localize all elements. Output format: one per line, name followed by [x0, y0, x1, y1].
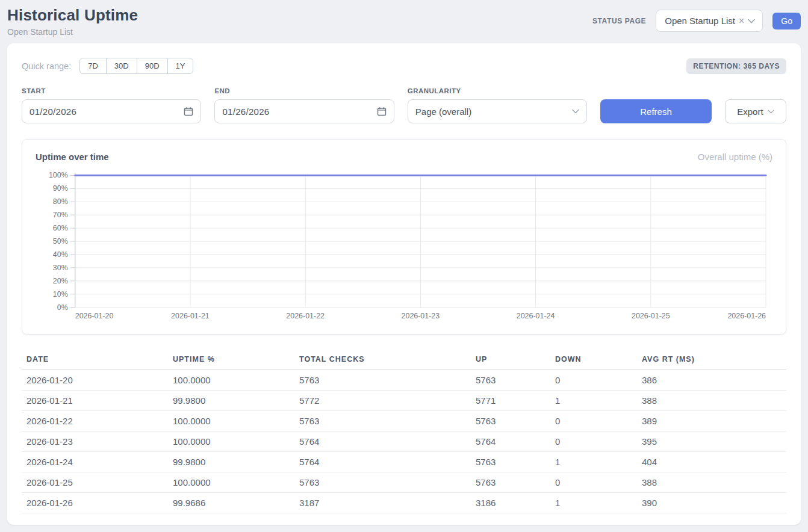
table-cell: 1: [550, 493, 637, 513]
table-row: 2026-01-2199.9800577257711388: [22, 391, 786, 411]
table-row: 2026-01-23100.0000576457640395: [22, 431, 786, 452]
uptime-line-chart: 0%10%20%30%40%50%60%70%80%90%100%2026-01…: [36, 168, 772, 326]
table-row: 2026-01-25100.0000576357630388: [22, 472, 786, 493]
export-button-label: Export: [737, 107, 763, 117]
table-cell: 2026-01-25: [22, 472, 168, 493]
table-cell: 5763: [471, 411, 550, 431]
table-cell: 395: [637, 431, 786, 452]
table-cell: 100.0000: [168, 472, 294, 493]
x-tick-label: 2026-01-21: [171, 312, 210, 320]
y-tick-label: 60%: [53, 224, 68, 232]
start-date-field-group: START: [22, 87, 201, 123]
column-header: TOTAL CHECKS: [294, 350, 471, 370]
top-bar: Historical Uptime Open Startup List STAT…: [7, 0, 801, 43]
table-row: 2026-01-22100.0000576357630389: [22, 411, 786, 431]
title-block: Historical Uptime Open Startup List: [7, 6, 138, 37]
column-header: UP: [471, 350, 550, 370]
table-header-row: DATEUPTIME %TOTAL CHECKSUPDOWNAVG RT (MS…: [22, 350, 786, 370]
table-cell: 3186: [471, 493, 550, 513]
end-date-input[interactable]: [222, 107, 376, 117]
table-cell: 5763: [294, 472, 471, 493]
column-header: DATE: [22, 350, 168, 370]
table-cell: 1: [550, 391, 637, 411]
y-tick-label: 10%: [53, 290, 68, 298]
status-page-select[interactable]: Open Startup List ×: [656, 10, 763, 32]
table-cell: 100.0000: [168, 431, 294, 452]
x-tick-label: 2026-01-26: [727, 312, 766, 320]
x-tick-label: 2026-01-20: [75, 312, 114, 320]
table-cell: 3187: [294, 493, 471, 513]
chart-legend-label: Overall uptime (%): [698, 152, 772, 162]
table-cell: 0: [550, 431, 637, 452]
granularity-field-group: GRANULARITY Page (overall): [408, 87, 587, 123]
refresh-button[interactable]: Refresh: [600, 99, 712, 123]
quick-range-row: Quick range: 7D30D90D1Y RETENTION: 365 D…: [22, 58, 786, 74]
chevron-down-icon: [572, 109, 579, 114]
chevron-down-icon: [768, 110, 774, 114]
table-cell: 2026-01-20: [22, 370, 168, 391]
table-cell: 388: [637, 391, 786, 411]
table-cell: 5764: [294, 452, 471, 472]
end-label: END: [214, 87, 394, 94]
y-tick-label: 20%: [53, 277, 68, 285]
table-cell: 5764: [294, 431, 471, 452]
table-cell: 5763: [471, 472, 550, 493]
table-cell: 99.9800: [168, 452, 294, 472]
end-date-input-box[interactable]: [214, 99, 394, 123]
quick-range-label: Quick range:: [22, 61, 71, 71]
table-cell: 386: [637, 370, 786, 391]
granularity-label: GRANULARITY: [408, 87, 587, 94]
y-tick-label: 100%: [49, 171, 68, 179]
table-cell: 2026-01-22: [22, 411, 168, 431]
table-cell: 2026-01-23: [22, 431, 168, 452]
table-cell: 5763: [471, 370, 550, 391]
start-date-input-box[interactable]: [22, 99, 201, 123]
uptime-chart-card: Uptime over time Overall uptime (%) 0%10…: [22, 139, 786, 335]
x-tick-label: 2026-01-23: [402, 312, 440, 320]
export-button[interactable]: Export: [725, 99, 786, 123]
clear-selection-icon[interactable]: ×: [739, 16, 744, 26]
status-page-select-value: Open Startup List: [665, 16, 735, 26]
table-cell: 404: [637, 452, 786, 472]
table-cell: 0: [550, 370, 637, 391]
table-cell: 2026-01-26: [22, 493, 168, 513]
quick-range-90d[interactable]: 90D: [137, 58, 168, 74]
start-date-input[interactable]: [30, 107, 184, 117]
x-tick-label: 2026-01-22: [286, 312, 325, 320]
filters-row: START END GRANULARITY Page (overall): [22, 87, 786, 123]
quick-range-7d[interactable]: 7D: [79, 58, 107, 74]
table-cell: 5772: [294, 391, 471, 411]
table-cell: 2026-01-21: [22, 391, 168, 411]
table-row: 2026-01-2499.9800576457631404: [22, 452, 786, 472]
header-controls: STATUS PAGE Open Startup List × Go: [592, 10, 801, 32]
quick-range-30d[interactable]: 30D: [106, 58, 137, 74]
table-cell: 100.0000: [168, 411, 294, 431]
table-cell: 389: [637, 411, 786, 431]
column-header: DOWN: [550, 350, 637, 370]
column-header: AVG RT (MS): [637, 350, 786, 370]
table-cell: 5763: [294, 370, 471, 391]
quick-range-group: 7D30D90D1Y: [79, 58, 193, 74]
status-page-label: STATUS PAGE: [592, 17, 646, 25]
table-cell: 0: [550, 472, 637, 493]
table-cell: 2026-01-24: [22, 452, 168, 472]
calendar-icon[interactable]: [184, 107, 193, 116]
uptime-table: DATEUPTIME %TOTAL CHECKSUPDOWNAVG RT (MS…: [22, 350, 786, 513]
table-cell: 100.0000: [168, 370, 294, 391]
calendar-icon[interactable]: [377, 107, 387, 116]
y-tick-label: 90%: [53, 184, 68, 193]
table-cell: 1: [550, 452, 637, 472]
end-date-field-group: END: [214, 87, 394, 123]
column-header: UPTIME %: [168, 350, 294, 370]
granularity-select[interactable]: Page (overall): [408, 99, 587, 123]
table-cell: 99.9800: [168, 391, 294, 411]
y-tick-label: 0%: [57, 303, 68, 312]
y-tick-label: 50%: [53, 237, 68, 246]
start-label: START: [22, 87, 201, 94]
page-subtitle: Open Startup List: [7, 27, 138, 37]
table-cell: 388: [637, 472, 786, 493]
quick-range-1y[interactable]: 1Y: [167, 58, 194, 74]
go-button[interactable]: Go: [772, 13, 801, 29]
table-cell: 5771: [471, 391, 550, 411]
table-cell: 5763: [294, 411, 471, 431]
